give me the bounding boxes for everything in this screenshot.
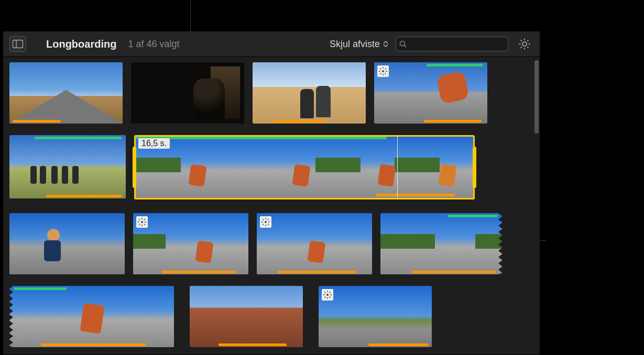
clip-thumbnail[interactable]	[131, 62, 244, 124]
selection-handle-right[interactable]	[473, 147, 476, 188]
clip-thumbnail[interactable]	[9, 135, 126, 198]
used-range-marker	[41, 343, 146, 346]
search-input[interactable]	[407, 37, 505, 51]
clip-thumbnail[interactable]	[9, 286, 174, 347]
media-browser-panel: Longboarding 1 af 46 valgt Skjul afviste	[3, 31, 540, 355]
filter-label: Skjul afviste	[330, 39, 380, 50]
clip-row	[9, 62, 533, 124]
sidebar-toggle-icon	[13, 40, 23, 48]
favorite-marker	[447, 215, 498, 217]
keyword-badge	[322, 289, 333, 301]
clip-thumbnail[interactable]	[374, 62, 487, 124]
keyword-badge-icon	[379, 67, 387, 75]
used-range-marker	[219, 343, 287, 346]
svg-rect-0	[13, 40, 23, 48]
selection-count: 1 af 46 valgt	[128, 39, 179, 50]
svg-line-9	[521, 40, 522, 41]
filter-dropdown[interactable]: Skjul afviste	[330, 39, 388, 50]
clip-thumbnail[interactable]	[257, 213, 372, 274]
clip-row	[9, 286, 533, 347]
svg-point-15	[265, 221, 267, 223]
used-range-marker	[424, 120, 482, 123]
clip-row: 16,5 s.	[9, 135, 533, 199]
used-range-marker	[278, 271, 356, 273]
favorite-marker	[35, 137, 122, 139]
scrollbar-thumb[interactable]	[534, 60, 539, 134]
used-range-marker	[13, 120, 61, 123]
clip-thumbnail[interactable]	[253, 62, 366, 124]
clip-thumbnail[interactable]	[133, 213, 248, 274]
svg-point-4	[522, 42, 527, 46]
svg-line-3	[405, 46, 407, 48]
svg-line-11	[521, 47, 522, 48]
svg-line-10	[527, 47, 528, 48]
search-icon	[399, 40, 407, 48]
toolbar: Longboarding 1 af 46 valgt Skjul afviste	[3, 31, 540, 57]
keyword-badge	[377, 65, 389, 77]
used-range-marker	[368, 343, 429, 346]
clip-thumbnail[interactable]	[9, 62, 123, 124]
clip-thumbnail[interactable]	[190, 286, 303, 347]
keyword-badge	[136, 216, 148, 228]
filmstrip-continues-icon	[498, 213, 502, 274]
search-field[interactable]	[396, 37, 508, 51]
duration-label: 16,5 s.	[138, 138, 170, 149]
selected-clip-filmstrip	[136, 137, 473, 198]
favorite-marker	[14, 287, 67, 290]
used-range-marker	[162, 271, 235, 273]
keyword-badge-icon	[138, 218, 146, 226]
svg-line-12	[527, 40, 528, 41]
clip-browser: 16,5 s.	[3, 57, 540, 355]
clip-thumbnail[interactable]	[319, 286, 432, 347]
keyword-badge-icon	[261, 218, 270, 226]
gear-icon	[518, 38, 531, 50]
library-title: Longboarding	[46, 38, 116, 50]
settings-button[interactable]	[516, 36, 533, 52]
used-range-marker	[412, 271, 496, 273]
used-range-marker	[274, 120, 326, 123]
clip-row	[9, 213, 533, 274]
used-range-marker	[46, 195, 122, 197]
clip-thumbnail[interactable]	[9, 213, 125, 274]
selection-handle-left[interactable]	[133, 147, 136, 188]
keyword-badge	[260, 216, 271, 228]
selected-clip[interactable]: 16,5 s.	[134, 135, 475, 199]
filmstrip-continues-icon	[9, 286, 13, 347]
favorite-marker	[136, 137, 387, 139]
playhead[interactable]	[397, 137, 398, 198]
sidebar-toggle-button[interactable]	[9, 36, 26, 52]
chevron-up-down-icon	[383, 41, 388, 47]
clip-thumbnail[interactable]	[380, 213, 502, 274]
favorite-marker	[427, 64, 483, 66]
svg-point-13	[382, 70, 384, 72]
keyword-badge-icon	[323, 291, 332, 299]
svg-point-16	[326, 294, 329, 296]
svg-point-2	[400, 41, 405, 46]
svg-point-14	[141, 221, 143, 223]
used-range-marker	[376, 194, 455, 196]
